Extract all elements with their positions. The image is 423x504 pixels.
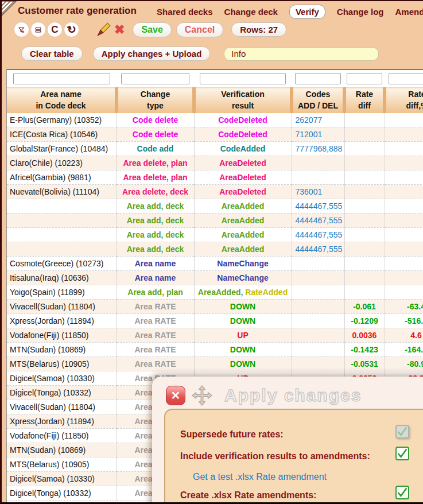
clear-table-button[interactable]: Clear table (21, 46, 83, 61)
filter-row (7, 70, 423, 88)
dialog-title: Apply changes (224, 386, 362, 405)
column-header-codes[interactable]: CodesADD / DEL (292, 88, 344, 114)
table-row[interactable]: Claro(Chile) (10223)Area delete, planAre… (7, 156, 423, 170)
filter-input-change-type[interactable] (121, 73, 189, 84)
include-verification-results-checkbox[interactable] (395, 447, 409, 460)
supersede-future-rates-label: Supersede future rates: (180, 429, 284, 440)
cell-change-type: Area delete, plan (117, 156, 194, 170)
table-row[interactable]: Itisaluna(Iraq) (10636)Area nameNameChan… (7, 271, 423, 285)
cell-rate-diff (344, 127, 385, 142)
cell-verification-result: NameChange (194, 257, 292, 271)
cell-area-name: Itisaluna(Iraq) (10636) (7, 271, 117, 285)
cell-rate-diff (344, 257, 385, 271)
tab-change-log[interactable]: Change log (337, 7, 384, 17)
column-header-area-name[interactable]: Area namein Code deck (7, 88, 117, 114)
cell-change-type: Code delete (117, 113, 194, 127)
cell-area-name: Vodafone(Fiji) (11850) (7, 328, 117, 343)
cell-area-name (7, 214, 117, 228)
tab-verify[interactable]: Verify (289, 5, 325, 19)
table-row[interactable]: ICE(Costa Rica) (10546)Code deleteCodeDe… (7, 127, 423, 142)
table-row[interactable]: Yoigo(Spain) (11899)Area add, planAreaAd… (7, 285, 423, 300)
table-row[interactable]: E-Plus(Germany) (10352)Code deleteCodeDe… (7, 113, 423, 127)
save-button[interactable]: Save (133, 22, 171, 37)
column-header-rate-diff[interactable]: Ratediff (344, 88, 385, 114)
edit-button[interactable] (95, 22, 111, 37)
cell-verification-result: CodeDeleted (194, 113, 292, 127)
table-row[interactable]: Nuevatel(Bolivia) (11104)Area delete, de… (7, 185, 423, 199)
cell-area-name: Vivacell(Sudan) (11804) (7, 300, 117, 314)
filter-input-area-name[interactable] (13, 73, 110, 84)
filter-input-codes[interactable] (295, 73, 341, 84)
cell-codes (292, 328, 344, 343)
filter-clear-button[interactable] (14, 22, 29, 37)
supersede-future-rates-checkbox[interactable] (395, 425, 409, 439)
tab-shared-decks[interactable]: Shared decks (157, 7, 213, 17)
column-header-change-type[interactable]: Changetype (117, 88, 194, 114)
cell-change-type: Area RATE (117, 343, 194, 357)
cell-codes: 4444467,555 (292, 228, 344, 242)
cell-verification-result: DOWN (194, 357, 292, 371)
table-row[interactable]: Vivacell(Sudan) (11804)Area RATEDOWN-0.0… (7, 300, 423, 314)
cell-rate-diff-pct: -516.7 (385, 314, 423, 328)
cell-area-name: Vivacell(Sudan) (11804) (7, 400, 117, 414)
tab-bar: Shared decks Change deck Verify Change l… (157, 5, 423, 19)
cell-area-name: Xpress(Jordan) (11894) (7, 314, 117, 328)
table-row[interactable]: Area add, deckAreaAdded4444467,555 (7, 242, 423, 257)
move-icon[interactable] (191, 385, 213, 406)
apply-changes-upload-button[interactable]: Apply changes + Upload (93, 46, 211, 61)
rows-icon (34, 24, 42, 36)
get-test-rate-amendment-link[interactable]: Get a test .xlsx Rate amendment (193, 472, 327, 482)
filter-input-verification-result[interactable] (200, 73, 286, 84)
cell-codes: 4444467,555 (292, 242, 344, 257)
cell-codes (292, 156, 344, 170)
table-row[interactable]: Vodafone(Fiji) (11850)Area RATEUP0.00364… (7, 328, 423, 343)
toolbar: C ↻ ✖ Save Cancel Rows: 27 (14, 22, 286, 37)
table-row[interactable]: Area add, deckAreaAdded4444467,555 (7, 214, 423, 228)
cell-change-type: Area add, plan (117, 285, 194, 300)
refresh-button[interactable]: ↻ (64, 22, 79, 37)
cell-rate-diff (344, 185, 385, 199)
cell-rate-diff (344, 228, 385, 242)
cell-area-name: Digicel(Samoa) (10330) (7, 371, 117, 386)
filter-input-rate-diff-pct[interactable] (389, 73, 423, 84)
cell-area-name: MTN(Sudan) (10869) (7, 443, 117, 458)
cell-change-type: Area add, deck (117, 242, 194, 257)
column-header-rate-diff-pct[interactable]: Ratediff,% (385, 88, 423, 114)
cell-codes (292, 257, 344, 271)
table-row[interactable]: MTN(Sudan) (10869)Area RATEDOWN-0.1423-1… (7, 343, 423, 357)
delete-row-button[interactable]: ✖ (111, 24, 125, 36)
cell-verification-result: AreaAdded (194, 228, 292, 242)
cell-area-name: Nuevatel(Bolivia) (11104) (7, 185, 117, 199)
create-xlsx-rate-amendments-checkbox[interactable] (395, 486, 409, 499)
filter-input-rate-diff[interactable] (347, 73, 382, 84)
close-icon[interactable]: ✕ (166, 386, 185, 405)
cell-rate-diff (344, 242, 385, 257)
table-row[interactable]: Area add, deckAreaAdded4444467,555 (7, 199, 423, 214)
cell-rate-diff-pct: 4.6 (385, 328, 423, 343)
table-row[interactable]: MTS(Belarus) (10905)Area RATEDOWN-0.0531… (7, 357, 423, 371)
table-row[interactable]: Africel(Gambia) (9881)Area delete, planA… (7, 170, 423, 185)
tab-amendments[interactable]: Amendments (395, 7, 423, 17)
cell-verification-result: AreaDeleted (194, 156, 292, 170)
cell-codes (292, 300, 344, 314)
table-row[interactable]: Cosmote(Greece) (10273)Area nameNameChan… (7, 257, 423, 271)
cell-change-type: Area RATE (117, 328, 194, 343)
table-row[interactable]: Area add, deckAreaAdded4444467,555 (7, 228, 423, 242)
tab-change-deck[interactable]: Change deck (224, 7, 278, 17)
rows-layout-button[interactable] (30, 22, 46, 37)
table-row[interactable]: Xpress(Jordan) (11894)Area RATEDOWN-0.12… (7, 314, 423, 328)
cell-rate-diff (344, 170, 385, 185)
cell-rate-diff: -0.061 (344, 300, 385, 314)
cell-area-name: ICE(Costa Rica) (10546) (7, 127, 117, 142)
currency-button[interactable]: C (47, 22, 63, 37)
cancel-button[interactable]: Cancel (176, 22, 223, 37)
cell-rate-diff-pct (385, 113, 423, 127)
info-field[interactable] (224, 47, 379, 61)
table-row[interactable]: GlobalStar(France) (10484)Code addCodeAd… (7, 142, 423, 156)
column-header-verification-result[interactable]: Verificationresult (194, 88, 292, 114)
cell-area-name: Africel(Gambia) (9881) (7, 170, 117, 185)
cell-rate-diff (344, 113, 385, 127)
letter-c-icon: C (51, 24, 58, 36)
cell-rate-diff-pct (385, 242, 423, 257)
cell-rate-diff: 0.0036 (344, 328, 385, 343)
